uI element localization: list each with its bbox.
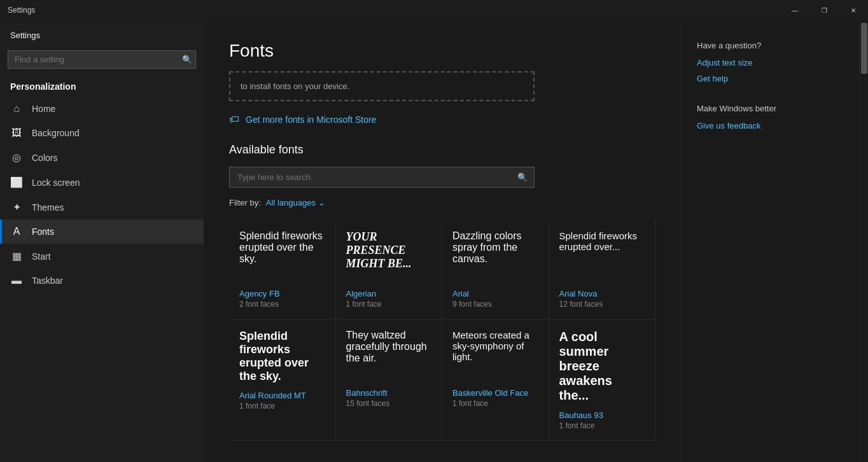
sidebar-item-start[interactable]: ▦ Start [0, 244, 204, 269]
font-preview-text: They waltzed gracefully through the air. [346, 330, 432, 381]
make-better-title: Make Windows better [697, 104, 844, 113]
font-name: Agency FB [239, 289, 325, 298]
sidebar-items: ⌂ Home 🖼 Background ◎ Colors ⬜ Lock scre… [0, 97, 204, 293]
search-box: 🔍 [8, 50, 196, 69]
font-faces: 15 font faces [346, 399, 432, 408]
minimize-button[interactable]: — [780, 0, 809, 20]
home-icon: ⌂ [10, 103, 23, 115]
give-feedback-link[interactable]: Give us feedback [697, 121, 844, 130]
fonts-search-box: 🔍 [229, 167, 535, 188]
sidebar-label-colors: Colors [32, 153, 57, 163]
make-better-section: Make Windows better Give us feedback [697, 104, 844, 130]
fonts-grid: Splendid fireworks erupted over the sky.… [229, 220, 655, 441]
font-card[interactable]: YOUR PRESENCE MIGHT BE... Algerian 1 fon… [336, 220, 443, 319]
font-name: Baskerville Old Face [452, 388, 538, 398]
font-faces: 1 font face [239, 402, 325, 410]
font-card[interactable]: A cool summer breeze awakens the... Bauh… [549, 319, 656, 441]
font-preview-text: Meteors created a sky-symphony of light. [452, 330, 538, 381]
sidebar-item-themes[interactable]: ✦ Themes [0, 195, 204, 220]
search-icon[interactable]: 🔍 [182, 55, 192, 64]
font-preview-text: Splendid fireworks erupted over... [559, 230, 645, 281]
content-area: Fonts to install fonts on your device. 🏷… [204, 20, 868, 462]
sidebar-label-themes: Themes [32, 202, 64, 213]
content-main: Fonts to install fonts on your device. 🏷… [204, 20, 681, 462]
font-card[interactable]: Meteors created a sky-symphony of light.… [442, 319, 549, 441]
adjust-text-size-link[interactable]: Adjust text size [697, 58, 844, 67]
start-icon: ▦ [10, 250, 23, 262]
font-faces: 1 font face [346, 300, 432, 309]
themes-icon: ✦ [10, 201, 23, 213]
font-preview-text: Splendid fireworks erupted over the sky. [239, 330, 325, 383]
titlebar: Settings — ❐ ✕ [0, 0, 868, 20]
right-panel: Have a question? Adjust text size Get he… [681, 20, 859, 462]
font-name: Arial Nova [559, 289, 645, 298]
store-icon: 🏷 [229, 114, 239, 125]
maximize-button[interactable]: ❐ [809, 0, 839, 20]
sidebar-label-home: Home [32, 104, 55, 114]
scrollbar-track[interactable] [859, 20, 868, 462]
app-title: Settings [8, 6, 35, 15]
window-controls: — ❐ ✕ [780, 0, 868, 20]
font-faces: 1 font face [559, 421, 645, 430]
font-card[interactable]: Splendid fireworks erupted over the sky.… [229, 319, 336, 441]
font-preview-text: Splendid fireworks erupted over the sky. [239, 230, 325, 281]
sidebar-label-taskbar: Taskbar [32, 276, 63, 286]
font-name: Algerian [346, 289, 432, 298]
search-input[interactable] [8, 50, 196, 69]
sidebar-item-colors[interactable]: ◎ Colors [0, 145, 204, 170]
sidebar-section-title: Personalization [0, 74, 204, 97]
page-title: Fonts [229, 41, 655, 61]
sidebar-item-taskbar[interactable]: ▬ Taskbar [0, 269, 204, 293]
taskbar-icon: ▬ [10, 275, 23, 286]
close-button[interactable]: ✕ [839, 0, 868, 20]
font-name: Bahnschrift [346, 388, 432, 398]
chevron-down-icon: ⌄ [318, 198, 325, 207]
sidebar-app-title: Settings [0, 20, 204, 45]
drop-zone-text: to install fonts on your device. [241, 81, 349, 91]
get-help-link[interactable]: Get help [697, 74, 844, 83]
filter-label: Filter by: [229, 198, 261, 207]
fonts-search-input[interactable] [230, 167, 511, 187]
filter-row: Filter by: All languages ⌄ [229, 198, 655, 207]
font-card[interactable]: Splendid fireworks erupted over the sky.… [229, 220, 336, 319]
font-faces: 1 font face [452, 399, 538, 408]
font-name: Arial [452, 289, 538, 298]
font-name: Bauhaus 93 [559, 410, 645, 420]
font-card[interactable]: They waltzed gracefully through the air.… [336, 319, 443, 441]
filter-value: All languages [266, 198, 316, 207]
fonts-search-button[interactable]: 🔍 [511, 167, 534, 187]
font-card[interactable]: Dazzling colors spray from the canvas. A… [442, 220, 549, 319]
main-layout: Settings 🔍 Personalization ⌂ Home 🖼 Back… [0, 20, 868, 462]
lock-screen-icon: ⬜ [10, 176, 23, 188]
scrollbar-thumb[interactable] [861, 23, 867, 74]
font-faces: 2 font faces [239, 300, 325, 309]
sidebar: Settings 🔍 Personalization ⌂ Home 🖼 Back… [0, 20, 204, 462]
drop-zone[interactable]: to install fonts on your device. [229, 71, 535, 101]
font-faces: 12 font faces [559, 300, 645, 309]
available-fonts-label: Available fonts [229, 143, 655, 157]
font-preview-text: Dazzling colors spray from the canvas. [452, 230, 538, 281]
font-faces: 9 font faces [452, 300, 538, 309]
background-icon: 🖼 [10, 127, 23, 139]
sidebar-item-lock-screen[interactable]: ⬜ Lock screen [0, 170, 204, 195]
filter-select[interactable]: All languages ⌄ [266, 198, 325, 207]
store-link-text: Get more fonts in Microsoft Store [246, 115, 376, 125]
colors-icon: ◎ [10, 151, 23, 164]
font-card[interactable]: Splendid fireworks erupted over... Arial… [549, 220, 656, 319]
sidebar-label-fonts: Fonts [32, 227, 54, 237]
store-link[interactable]: 🏷 Get more fonts in Microsoft Store [229, 114, 655, 125]
font-name: Arial Rounded MT [239, 391, 325, 400]
sidebar-item-background[interactable]: 🖼 Background [0, 121, 204, 145]
sidebar-item-home[interactable]: ⌂ Home [0, 97, 204, 121]
sidebar-item-fonts[interactable]: A Fonts [0, 220, 204, 244]
sidebar-label-lock-screen: Lock screen [32, 178, 80, 188]
fonts-icon: A [10, 226, 23, 237]
font-preview-text: A cool summer breeze awakens the... [559, 330, 645, 403]
sidebar-label-background: Background [32, 128, 80, 138]
sidebar-label-start: Start [32, 251, 51, 262]
have-question-title: Have a question? [697, 41, 844, 50]
font-preview-text: YOUR PRESENCE MIGHT BE... [346, 230, 432, 281]
